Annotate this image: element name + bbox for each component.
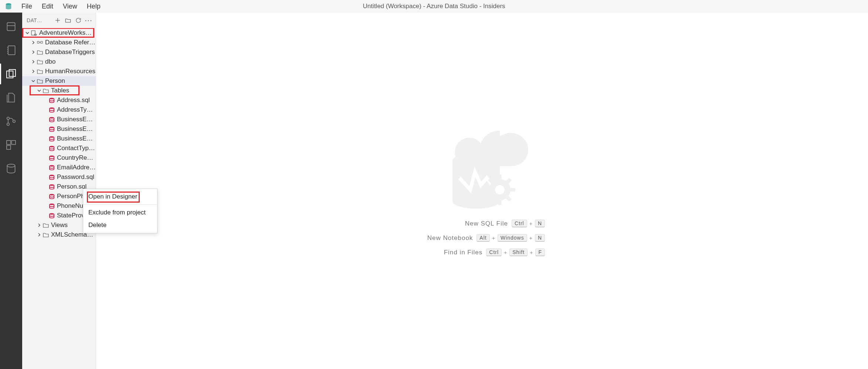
key: N (535, 220, 545, 227)
ctx-exclude-from-project[interactable]: Exclude from project (83, 206, 157, 219)
activity-notebooks[interactable] (0, 40, 22, 61)
svg-point-28 (50, 146, 54, 148)
svg-point-11 (13, 120, 16, 123)
activity-files[interactable] (0, 87, 22, 108)
svg-rect-12 (7, 141, 11, 145)
menu-file[interactable]: File (17, 1, 37, 12)
chevron-right-icon (36, 232, 42, 238)
folder-icon (36, 68, 44, 75)
tree-item[interactable]: Database Refere… (22, 38, 96, 47)
tree-item-label: HumanResources (45, 68, 95, 75)
svg-point-35 (50, 213, 54, 215)
svg-point-15 (7, 164, 15, 167)
ctx-delete[interactable]: Delete (83, 219, 157, 231)
svg-rect-2 (8, 46, 15, 55)
menu-help[interactable]: Help (82, 1, 105, 12)
activity-database[interactable] (0, 158, 22, 179)
activity-connections[interactable] (0, 16, 22, 37)
chevron-down-icon (30, 78, 36, 84)
folder-icon (42, 221, 50, 229)
chevron-down-icon (24, 30, 30, 36)
table-icon (48, 145, 55, 152)
key: Ctrl (486, 248, 502, 256)
title-bar: File Edit View Help Untitled (Workspace)… (0, 0, 868, 13)
tree-item-label: AdventureWorks… (39, 29, 92, 37)
plus-separator: + (504, 250, 507, 255)
svg-rect-21 (41, 41, 43, 43)
table-icon (48, 212, 55, 219)
activity-explorer[interactable] (0, 64, 22, 84)
tree-item[interactable]: BusinessEntit… (22, 134, 96, 143)
tree-item-label: dbo (45, 58, 55, 65)
welcome-command[interactable]: New NotebookAlt+Windows+N (419, 234, 545, 242)
table-icon (48, 183, 55, 190)
more-icon[interactable]: ··· (85, 16, 93, 24)
plus-separator: + (529, 235, 533, 241)
welcome-command[interactable]: Find in FilesCtrl+Shift+F (419, 248, 545, 256)
key: Windows (498, 234, 527, 242)
context-menu: Open in Designer Exclude from project De… (83, 189, 157, 233)
table-icon (48, 154, 55, 162)
table-icon (48, 135, 55, 142)
key: Ctrl (512, 220, 527, 227)
welcome-commands: New SQL FileCtrl+NNew NotebookAlt+Window… (419, 220, 545, 263)
plus-separator: + (529, 221, 533, 227)
ctx-open-in-designer[interactable]: Open in Designer (83, 190, 157, 203)
svg-point-30 (50, 165, 54, 167)
activity-bar (0, 13, 22, 369)
tree-item[interactable]: BusinessEntit… (22, 124, 96, 134)
chevron-right-icon (30, 49, 36, 55)
tree-item[interactable]: EmailAddres… (22, 163, 96, 172)
tree-item[interactable]: HumanResources (22, 67, 96, 76)
folder-icon (36, 48, 44, 56)
svg-point-32 (50, 184, 54, 186)
svg-point-31 (50, 175, 54, 176)
tree-item[interactable]: Tables (22, 86, 96, 95)
table-icon (48, 193, 55, 200)
chevron-right-icon (36, 222, 42, 228)
welcome-command[interactable]: New SQL FileCtrl+N (419, 220, 545, 227)
menu-edit[interactable]: Edit (37, 1, 58, 12)
sidebar-title: DAT… (27, 17, 54, 23)
activity-source-control[interactable] (0, 111, 22, 132)
tree-item[interactable]: dbo (22, 57, 96, 67)
tree-item-label: Views (51, 221, 68, 229)
plus-separator: + (492, 235, 495, 241)
key: Alt (477, 234, 489, 242)
tree-item[interactable]: CountryRegi… (22, 153, 96, 163)
tree-item[interactable]: DatabaseTriggers (22, 47, 96, 57)
svg-rect-7 (7, 71, 13, 78)
svg-point-19 (34, 34, 37, 35)
refresh-icon[interactable] (74, 16, 82, 24)
table-icon (48, 173, 55, 181)
svg-point-29 (50, 156, 54, 157)
table-icon (48, 106, 55, 114)
welcome-command-label: New SQL File (419, 220, 508, 227)
svg-point-23 (50, 98, 54, 99)
tree-item[interactable]: Address.sql (22, 95, 96, 105)
new-icon[interactable] (54, 16, 62, 24)
chevron-right-icon (30, 59, 36, 65)
svg-point-34 (50, 204, 54, 205)
tree-item[interactable]: Person (22, 76, 96, 86)
tree-item[interactable]: ContactType.… (22, 143, 96, 153)
svg-point-10 (7, 123, 10, 126)
tree-item-label: Password.sql (57, 173, 94, 181)
tree-item[interactable]: Password.sql (22, 172, 96, 182)
tree-item-label: DatabaseTriggers (45, 48, 95, 56)
menu-view[interactable]: View (58, 1, 82, 12)
ref-icon (36, 39, 44, 46)
folder-icon (36, 58, 44, 65)
tree-item-label: Person (45, 77, 65, 85)
tree-item-label: PhoneNu (57, 202, 83, 210)
plus-separator: + (530, 250, 533, 255)
tree-item[interactable]: AddressType.… (22, 105, 96, 115)
activity-extensions[interactable] (0, 135, 22, 155)
sidebar-header: DAT… ··· (22, 13, 96, 28)
tree-item[interactable]: BusinessEntit… (22, 115, 96, 124)
svg-rect-0 (7, 23, 15, 30)
tree-item-label: BusinessEntit… (57, 116, 96, 123)
database-project-icon (30, 29, 38, 37)
tree-root[interactable]: AdventureWorks… (22, 28, 96, 38)
open-folder-icon[interactable] (64, 16, 72, 24)
